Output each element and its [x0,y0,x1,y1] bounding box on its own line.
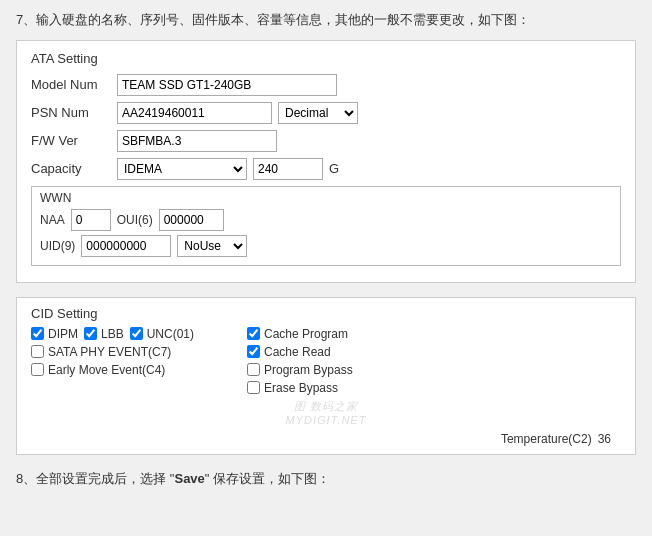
fw-ver-input[interactable] [117,130,277,152]
unc01-checkbox-item[interactable]: UNC(01) [130,327,194,341]
cid-row-4: Erase Bypass [31,381,621,395]
ata-setting-panel: ATA Setting Model Num PSN Num Decimal He… [16,40,636,283]
capacity-dropdown[interactable]: IDEMA Custom [117,158,247,180]
naa-row: NAA OUI(6) [40,209,612,231]
naa-input[interactable] [71,209,111,231]
capacity-unit: G [329,161,339,176]
top-instruction: 7、输入硬盘的名称、序列号、固件版本、容量等信息，其他的一般不需要更改，如下图： [16,10,636,30]
wwn-title: WWN [40,191,612,205]
psn-num-row: PSN Num Decimal Hex [31,102,621,124]
ata-section-title: ATA Setting [31,51,621,66]
uid-label: UID(9) [40,239,75,253]
psn-num-label: PSN Num [31,105,111,120]
psn-num-input[interactable] [117,102,272,124]
bottom-instruction: 8、全部设置完成后，选择 "Save" 保存设置，如下图： [16,469,636,489]
uid-dropdown[interactable]: NoUse Use [177,235,247,257]
cid-row-3: Early Move Event(C4) Program Bypass [31,363,621,377]
capacity-row: Capacity IDEMA Custom G [31,158,621,180]
uid-input[interactable] [81,235,171,257]
dipm-checkbox-item[interactable]: DIPM [31,327,78,341]
erase-bypass-checkbox[interactable] [247,381,260,394]
capacity-value-input[interactable] [253,158,323,180]
sata-phy-checkbox[interactable] [31,345,44,358]
sata-phy-checkbox-item[interactable]: SATA PHY EVENT(C7) [31,345,241,359]
cid-section-title: CID Setting [31,306,621,321]
wwn-section: WWN NAA OUI(6) UID(9) NoUse Use [31,186,621,266]
watermark: 图 数码之家 MYDIGIT.NET [31,399,621,426]
early-move-checkbox-item[interactable]: Early Move Event(C4) [31,363,241,377]
program-bypass-checkbox[interactable] [247,363,260,376]
naa-label: NAA [40,213,65,227]
save-highlight: Save [174,471,204,486]
cache-read-checkbox-item[interactable]: Cache Read [247,345,331,359]
erase-bypass-checkbox-item[interactable]: Erase Bypass [247,381,338,395]
temperature-row: Temperature(C2) 36 [31,432,621,446]
model-num-input[interactable] [117,74,337,96]
temperature-value: 36 [598,432,611,446]
cid-setting-panel: CID Setting DIPM LBB UNC(01) Cache [16,297,636,455]
lbb-checkbox[interactable] [84,327,97,340]
unc01-checkbox[interactable] [130,327,143,340]
model-num-row: Model Num [31,74,621,96]
early-move-checkbox[interactable] [31,363,44,376]
oui-input[interactable] [159,209,224,231]
fw-ver-row: F/W Ver [31,130,621,152]
uid-row: UID(9) NoUse Use [40,235,612,257]
dipm-checkbox[interactable] [31,327,44,340]
oui-label: OUI(6) [117,213,153,227]
lbb-checkbox-item[interactable]: LBB [84,327,124,341]
cid-row-2: SATA PHY EVENT(C7) Cache Read [31,345,621,359]
model-num-label: Model Num [31,77,111,92]
temperature-label: Temperature(C2) [501,432,592,446]
cache-program-checkbox[interactable] [247,327,260,340]
capacity-label: Capacity [31,161,111,176]
cache-read-checkbox[interactable] [247,345,260,358]
psn-dropdown[interactable]: Decimal Hex [278,102,358,124]
program-bypass-checkbox-item[interactable]: Program Bypass [247,363,353,377]
fw-ver-label: F/W Ver [31,133,111,148]
cache-program-checkbox-item[interactable]: Cache Program [247,327,348,341]
cid-row-1: DIPM LBB UNC(01) Cache Program [31,327,621,341]
